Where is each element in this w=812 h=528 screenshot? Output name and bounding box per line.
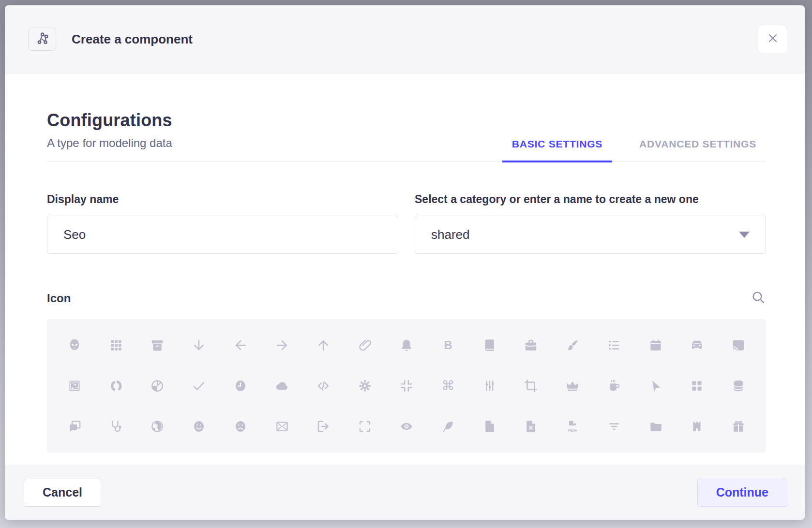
icon-option-discuss[interactable] [54,406,95,447]
file-error-icon [524,419,538,434]
icon-option-apps[interactable] [95,325,137,366]
chevron-down-icon [739,232,750,238]
feather-icon [441,419,455,434]
section-title: Configurations [47,110,172,131]
icon-option-clock[interactable] [220,366,261,406]
icon-option-brush[interactable] [552,325,593,366]
icon-option-code[interactable] [303,366,345,406]
icon-option-file-error[interactable] [510,406,552,447]
icon-option-exit[interactable] [303,406,345,447]
icon-option-expand[interactable] [344,406,386,447]
icon-option-bold[interactable]: B [427,325,469,366]
display-name-group: Display name [47,193,398,254]
cloud-icon [275,379,289,393]
icon-option-feather[interactable] [427,406,469,447]
cast-icon [731,338,746,352]
book-icon [482,338,497,352]
icon-option-emotion-happy[interactable] [178,406,220,447]
icon-option-gift[interactable] [718,406,759,447]
continue-button[interactable]: Continue [697,479,787,507]
apps-icon [109,338,123,352]
icon-option-file[interactable] [469,406,511,447]
create-component-modal: Create a component Configurations A type… [5,5,805,520]
cup-icon [607,379,621,393]
icon-option-folder[interactable] [635,406,677,447]
icon-option-arrow-down[interactable] [178,325,220,366]
svg-text:PDF: PDF [568,428,577,433]
expand-icon [358,419,372,434]
icon-option-arrow-left[interactable] [220,325,261,366]
bullet-list-icon [607,338,621,352]
configurations-header-row: Configurations A type for modeling data … [47,110,766,162]
icon-option-archive[interactable] [137,325,179,366]
briefcase-icon [524,338,538,352]
icon-option-calendar[interactable] [635,325,677,366]
icon-option-cog[interactable] [344,366,386,406]
icon-option-bullet-list[interactable] [593,325,635,366]
icon-option-envelop[interactable] [261,406,303,447]
icon-option-arrow-right[interactable] [261,325,303,366]
tab-basic-settings[interactable]: BASIC SETTINGS [502,138,612,161]
icon-option-cloud[interactable] [261,366,303,406]
check-icon [192,379,206,393]
icon-option-crown[interactable] [552,366,593,406]
icon-option-attachment[interactable] [344,325,386,366]
icon-picker-label: Icon [47,292,71,305]
icon-option-gate[interactable] [676,406,718,447]
file-icon [482,419,497,434]
icon-option-briefcase[interactable] [510,325,552,366]
icon-option-earth[interactable] [137,406,179,447]
icon-option-cast[interactable] [718,325,759,366]
brush-icon [565,338,580,352]
icon-option-crop[interactable] [510,366,552,406]
icon-option-chart-pie[interactable] [137,366,179,406]
icon-option-connector[interactable] [469,366,511,406]
display-name-input[interactable] [47,216,398,254]
icon-option-eye[interactable] [386,406,427,447]
icon-option-chart-bubble[interactable] [54,366,95,406]
cancel-button[interactable]: Cancel [24,479,101,507]
filter-icon [607,419,621,434]
section-subtitle: A type for modeling data [47,136,172,150]
settings-tabs: BASIC SETTINGS ADVANCED SETTINGS [502,138,766,161]
icon-option-collapse[interactable] [386,366,427,406]
icon-search-button[interactable] [751,290,766,307]
icon-option-file-pdf[interactable]: PDF [552,406,593,447]
icon-option-car[interactable] [676,325,718,366]
chart-bubble-icon [67,379,82,393]
cog-icon [358,379,372,393]
envelop-icon [275,419,289,434]
archive-icon [150,338,165,352]
bell-icon [399,338,414,352]
icon-option-dashboard[interactable] [676,366,718,406]
icon-grid: B⌘PDF [47,319,766,453]
category-selected-value: shared [431,227,470,242]
icon-option-alien[interactable] [54,325,95,366]
icon-option-filter[interactable] [593,406,635,447]
icon-option-chart-circle[interactable] [95,366,137,406]
modal-title: Create a component [72,32,193,47]
earth-icon [150,419,165,434]
icon-option-check[interactable] [178,366,220,406]
category-label: Select a category or enter a name to cre… [415,193,766,206]
arrow-right-icon [275,338,289,352]
category-select[interactable]: shared [415,216,766,254]
database-icon [731,379,746,393]
clock-icon [233,379,248,393]
icon-option-command[interactable]: ⌘ [427,366,469,406]
icon-option-doctor[interactable] [95,406,137,447]
close-button[interactable] [758,25,787,54]
icon-picker-header: Icon [47,290,766,307]
icon-option-emotion-unhappy[interactable] [220,406,261,447]
arrow-up-icon [316,338,331,352]
icon-option-bell[interactable] [386,325,427,366]
icon-option-cursor[interactable] [635,366,677,406]
icon-option-book[interactable] [469,325,511,366]
icon-option-cup[interactable] [593,366,635,406]
icon-option-database[interactable] [718,366,759,406]
discuss-icon [67,419,82,434]
icon-option-arrow-up[interactable] [303,325,345,366]
calendar-icon [648,338,663,352]
emotion-unhappy-icon [233,419,248,434]
tab-advanced-settings[interactable]: ADVANCED SETTINGS [630,138,766,161]
